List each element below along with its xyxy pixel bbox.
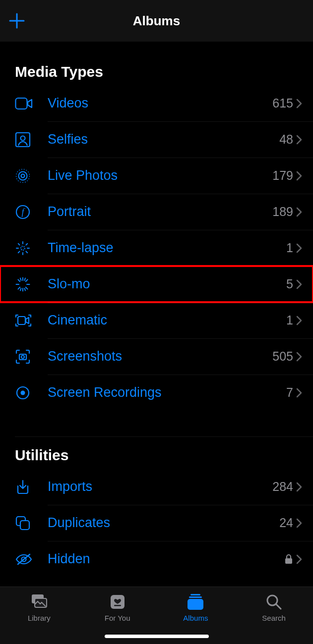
tab-for-you[interactable]: For You <box>78 592 157 622</box>
row-label: Duplicates <box>48 515 279 531</box>
row-imports[interactable]: Imports 284 <box>15 469 313 505</box>
row-label: Selfies <box>48 132 279 147</box>
svg-line-25 <box>20 278 21 280</box>
row-count: 48 <box>279 132 296 147</box>
photos-albums-screen: Albums Media Types Videos 615 Selfies 48 <box>0 0 313 644</box>
timelapse-icon <box>15 240 48 256</box>
svg-rect-1 <box>16 133 30 147</box>
add-button[interactable] <box>8 12 26 30</box>
video-icon <box>15 97 48 110</box>
svg-rect-44 <box>189 596 202 598</box>
row-label: Hidden <box>48 551 284 567</box>
tab-label: Albums <box>183 614 208 622</box>
chevron-right-icon <box>296 99 313 108</box>
svg-rect-43 <box>190 594 200 595</box>
row-count: 24 <box>279 516 296 530</box>
section-header-media-types: Media Types <box>0 42 313 85</box>
albums-icon <box>186 592 205 612</box>
screenshots-icon <box>15 349 48 365</box>
lock-icon <box>284 554 296 565</box>
tab-label: For You <box>105 614 130 622</box>
svg-line-26 <box>25 278 26 280</box>
row-count: 615 <box>272 96 296 110</box>
row-duplicates[interactable]: Duplicates 24 <box>15 505 313 541</box>
row-slo-mo[interactable]: Slo-mo 5 <box>0 266 313 302</box>
tabbar: Library For You Albums Search <box>0 587 313 644</box>
chevron-right-icon <box>296 243 313 253</box>
search-icon <box>265 592 283 612</box>
svg-point-16 <box>21 246 25 250</box>
svg-line-27 <box>20 288 21 291</box>
svg-rect-29 <box>18 317 25 324</box>
chevron-right-icon <box>296 554 313 564</box>
home-indicator[interactable] <box>105 635 209 638</box>
svg-point-4 <box>19 171 27 180</box>
tab-albums[interactable]: Albums <box>157 592 235 622</box>
row-hidden[interactable]: Hidden <box>15 541 313 577</box>
svg-rect-35 <box>20 521 29 530</box>
plus-icon <box>8 12 26 30</box>
duplicates-icon <box>15 515 48 531</box>
row-live-photos[interactable]: Live Photos 179 <box>15 158 313 194</box>
row-count: 189 <box>272 205 296 219</box>
svg-rect-38 <box>285 558 292 564</box>
row-portrait[interactable]: f Portrait 189 <box>15 194 313 230</box>
chevron-right-icon <box>296 207 313 217</box>
svg-point-33 <box>21 390 25 395</box>
svg-line-13 <box>26 251 27 253</box>
tab-library[interactable]: Library <box>0 592 78 622</box>
row-videos[interactable]: Videos 615 <box>15 85 313 121</box>
screen-recordings-icon <box>15 385 48 401</box>
row-count: 5 <box>286 277 296 291</box>
chevron-right-icon <box>296 135 313 145</box>
row-time-lapse[interactable]: Time-lapse 1 <box>15 230 313 266</box>
svg-line-15 <box>26 243 27 245</box>
row-label: Time-lapse <box>48 240 286 256</box>
tab-label: Search <box>262 614 286 622</box>
row-screenshots[interactable]: Screenshots 505 <box>15 338 313 375</box>
row-count: 1 <box>286 313 296 327</box>
utilities-list: Imports 284 Duplicates 24 Hidden <box>0 469 313 577</box>
svg-line-22 <box>26 287 28 289</box>
svg-line-12 <box>18 243 20 245</box>
svg-line-24 <box>26 279 28 281</box>
svg-line-47 <box>276 604 281 609</box>
row-label: Portrait <box>48 204 272 219</box>
live-photos-icon <box>15 168 48 184</box>
row-cinematic[interactable]: Cinematic 1 <box>15 302 313 338</box>
portrait-icon: f <box>15 204 48 220</box>
svg-line-23 <box>18 287 20 289</box>
navbar: Albums <box>0 0 313 42</box>
chevron-right-icon <box>296 171 313 181</box>
row-count: 179 <box>272 168 296 183</box>
svg-line-28 <box>25 288 26 291</box>
svg-rect-45 <box>188 599 203 610</box>
content: Media Types Videos 615 Selfies 48 <box>0 42 313 587</box>
svg-line-14 <box>18 251 20 253</box>
svg-rect-0 <box>16 98 27 109</box>
row-label: Videos <box>48 96 272 111</box>
row-label: Screen Recordings <box>48 385 286 400</box>
library-icon <box>29 592 49 612</box>
row-count: 505 <box>272 349 296 364</box>
chevron-right-icon <box>296 352 313 362</box>
chevron-right-icon <box>296 316 313 325</box>
page-title: Albums <box>133 13 180 29</box>
imports-icon <box>15 479 48 495</box>
row-label: Screenshots <box>48 349 272 364</box>
for-you-icon <box>109 592 126 612</box>
chevron-right-icon <box>296 279 313 289</box>
row-label: Imports <box>48 479 272 494</box>
row-screen-recordings[interactable]: Screen Recordings 7 <box>15 375 313 411</box>
svg-point-31 <box>21 355 24 358</box>
svg-line-21 <box>18 279 20 281</box>
selfies-icon <box>15 132 48 148</box>
cinematic-icon <box>15 313 48 328</box>
tab-search[interactable]: Search <box>235 592 313 622</box>
row-count: 7 <box>286 385 296 400</box>
svg-text:f: f <box>21 207 25 217</box>
row-label: Live Photos <box>48 168 272 183</box>
row-label: Cinematic <box>48 313 286 328</box>
svg-point-2 <box>21 136 25 140</box>
row-selfies[interactable]: Selfies 48 <box>15 121 313 158</box>
